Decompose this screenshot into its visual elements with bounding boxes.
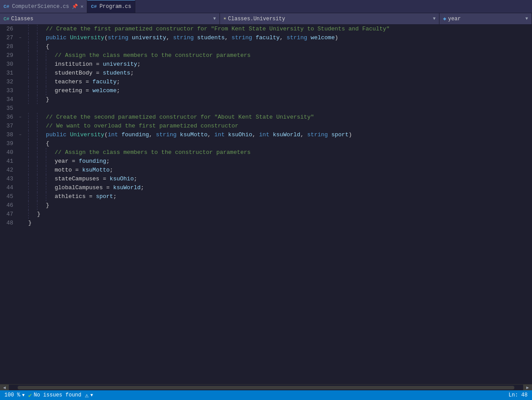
scroll-right[interactable]: ▶: [523, 385, 532, 391]
line-number: 28: [0, 42, 18, 51]
indent-guide: [37, 122, 46, 131]
code-content[interactable]: public University(string university, str…: [46, 34, 338, 42]
tab-computerscience[interactable]: C# ComputerScience.cs 📌 ✕: [0, 0, 87, 13]
line-number: 29: [0, 51, 18, 60]
nav-bar: C# Classes ▼ ☀ Classes.University ▼ ◆ ye…: [0, 13, 532, 25]
cs-icon-2: C#: [91, 4, 97, 9]
tab-program[interactable]: C# Program.cs: [87, 0, 135, 13]
line-number: 48: [0, 219, 18, 228]
indent-guide: [46, 157, 55, 166]
code-content[interactable]: }: [46, 95, 49, 104]
tab-pin-icon: 📌: [72, 4, 78, 9]
horizontal-scrollbar[interactable]: ◀ ▶: [0, 384, 532, 390]
indent-guide: [28, 122, 37, 131]
code-content[interactable]: greeting = welcome;: [55, 86, 120, 95]
line-number: 30: [0, 60, 18, 69]
nav-year-label: year: [448, 16, 461, 22]
line-info: Ln: 48: [509, 392, 528, 398]
line-number: 27: [0, 34, 18, 42]
nav-year[interactable]: ◆ year ▼: [439, 13, 532, 24]
collapse-button[interactable]: −: [18, 115, 23, 120]
code-content[interactable]: // Create the first parametized construc…: [46, 25, 390, 34]
code-content[interactable]: }: [28, 219, 32, 228]
tab-label-2: Program.cs: [100, 4, 131, 10]
code-content[interactable]: // Assign the class members to the const…: [55, 51, 251, 60]
indent-guide: [46, 60, 55, 69]
nav-diamond-icon: ◆: [443, 15, 446, 22]
line-number: 37: [0, 122, 18, 131]
code-content[interactable]: [28, 104, 32, 113]
code-content[interactable]: teachers = faculty;: [55, 78, 120, 86]
check-icon: ✔: [28, 392, 32, 399]
indent-guide: [46, 148, 55, 157]
indent-guide: [37, 175, 46, 183]
scrollbar-track[interactable]: [18, 386, 514, 389]
indent-guide: [37, 113, 46, 122]
issues-badge: ✔ No issues found: [28, 392, 81, 399]
indent-guide: [37, 25, 46, 34]
indent-guide: [28, 60, 37, 69]
zoom-control[interactable]: 100 % ▼: [4, 392, 25, 398]
lines-container: 26// Create the first parametized constr…: [0, 25, 532, 384]
code-content[interactable]: institution = university;: [55, 60, 141, 69]
line-row: 42motto = ksuMotto;: [0, 166, 532, 175]
nav-dropdown-2[interactable]: ▼: [433, 16, 435, 21]
code-content[interactable]: // We want to overload the first paramet…: [46, 122, 238, 131]
editor-main: 26// Create the first parametized constr…: [0, 25, 532, 390]
line-number: 32: [0, 78, 18, 86]
line-number: 33: [0, 86, 18, 95]
indent-guide: [37, 166, 46, 175]
line-row: 33greeting = welcome;: [0, 86, 532, 95]
nav-university[interactable]: ☀ Classes.University ▼: [220, 13, 440, 24]
line-number: 38: [0, 131, 18, 139]
line-number: 36: [0, 113, 18, 122]
collapse-button[interactable]: −: [18, 132, 23, 138]
code-content[interactable]: year = founding;: [55, 157, 110, 166]
code-content[interactable]: motto = ksuMotto;: [55, 166, 113, 175]
indent-guide: [37, 95, 46, 104]
warning-dropdown[interactable]: ▼: [90, 393, 93, 398]
line-row: 38−public University(int founding, strin…: [0, 131, 532, 139]
indent-guide: [28, 86, 37, 95]
code-content[interactable]: // Create the second parametized constru…: [46, 113, 314, 122]
code-content[interactable]: {: [46, 42, 49, 51]
scroll-left[interactable]: ◀: [0, 385, 9, 391]
line-row: 48}: [0, 219, 532, 228]
nav-classes[interactable]: C# Classes ▼: [0, 13, 220, 24]
line-row: 36−// Create the second parametized cons…: [0, 113, 532, 122]
line-row: 34}: [0, 95, 532, 104]
line-row: 28{: [0, 42, 532, 51]
line-row: 31studentBody = students;: [0, 69, 532, 78]
code-content[interactable]: globalCampuses = ksuWorld;: [55, 183, 144, 192]
line-number: 31: [0, 69, 18, 78]
zoom-label: 100 %: [4, 392, 20, 398]
nav-dropdown-3[interactable]: ▼: [525, 16, 528, 21]
code-content[interactable]: // Assign the class members to the const…: [55, 148, 251, 157]
indent-guide: [28, 78, 37, 86]
tab-close-icon[interactable]: ✕: [81, 4, 84, 9]
code-content[interactable]: stateCampuses = ksuOhio;: [55, 175, 137, 183]
indent-guide: [28, 51, 37, 60]
indent-guide: [37, 192, 46, 201]
indent-guide: [28, 210, 37, 219]
code-content[interactable]: athletics = sport;: [55, 192, 116, 201]
indent-guide: [46, 175, 55, 183]
line-row: 41year = founding;: [0, 157, 532, 166]
line-row: 39{: [0, 139, 532, 148]
nav-dropdown-1[interactable]: ▼: [213, 16, 216, 21]
code-content[interactable]: studentBody = students;: [55, 69, 134, 78]
code-content[interactable]: }: [37, 210, 41, 219]
indent-guide: [46, 69, 55, 78]
indent-guide: [37, 183, 46, 192]
code-content[interactable]: public University(int founding, string k…: [46, 131, 352, 139]
code-content[interactable]: {: [46, 139, 49, 148]
status-left: 100 % ▼ ✔ No issues found ⚠ ▼: [4, 392, 93, 399]
collapse-button[interactable]: −: [18, 35, 23, 41]
indent-guide: [28, 175, 37, 183]
code-content[interactable]: }: [46, 201, 49, 210]
zoom-dropdown-icon[interactable]: ▼: [22, 393, 25, 398]
line-number: 46: [0, 201, 18, 210]
nav-classes-label: Classes: [11, 16, 33, 22]
line-number: 44: [0, 183, 18, 192]
line-row: 29// Assign the class members to the con…: [0, 51, 532, 60]
